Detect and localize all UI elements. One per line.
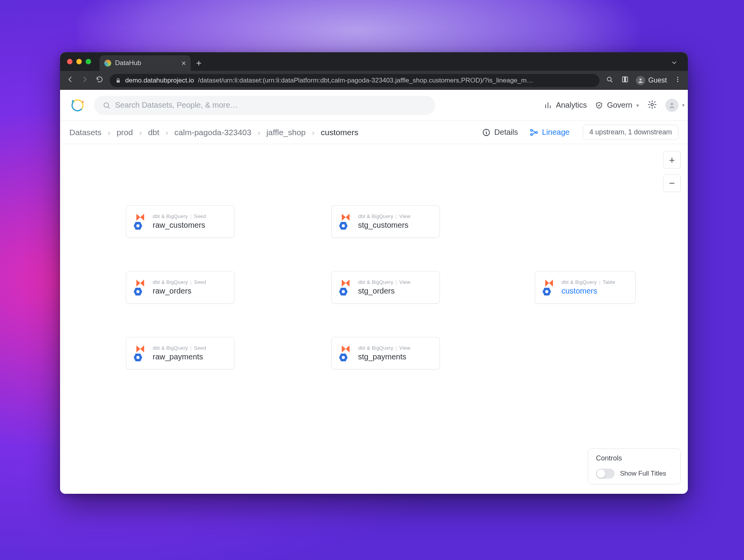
lineage-node-raw-orders[interactable]: dbt & BigQuery|Seed raw_orders — [126, 271, 234, 304]
user-avatar-icon — [668, 101, 676, 109]
window-maximize-button[interactable] — [86, 59, 91, 64]
svg-point-5 — [677, 77, 679, 78]
dbt-icon — [340, 279, 351, 287]
nav-forward-button[interactable] — [80, 76, 90, 85]
svg-point-10 — [72, 100, 74, 102]
chevron-down-icon: ▾ — [682, 102, 685, 108]
node-platforms: dbt & BigQuery|Seed — [153, 279, 206, 285]
node-title: stg_customers — [358, 221, 410, 230]
lineage-node-stg-orders[interactable]: dbt & BigQuery|View stg_orders — [331, 271, 440, 304]
settings-button[interactable] — [648, 100, 657, 111]
chevron-down-icon: ▾ — [636, 102, 639, 108]
tabs-dropdown-button[interactable] — [665, 59, 684, 71]
lineage-node-stg-customers[interactable]: dbt & BigQuery|View stg_customers — [331, 205, 440, 238]
breadcrumb-separator: › — [138, 128, 143, 137]
extensions-button[interactable] — [620, 76, 630, 85]
node-title: raw_payments — [153, 352, 206, 361]
svg-point-17 — [530, 134, 532, 136]
new-tab-button[interactable]: + — [191, 58, 207, 71]
analytics-label: Analytics — [556, 101, 587, 110]
breadcrumb-item[interactable]: prod — [117, 128, 133, 137]
breadcrumb-item[interactable]: jaffle_shop — [267, 128, 306, 137]
zoom-indicator-button[interactable] — [605, 76, 614, 85]
breadcrumb-item[interactable]: calm-pagoda-323403 — [174, 128, 251, 137]
zoom-out-button[interactable]: − — [663, 174, 681, 192]
tab-favicon — [104, 60, 111, 67]
lock-icon — [115, 77, 121, 84]
dbt-icon — [340, 213, 351, 222]
bigquery-icon — [339, 287, 348, 296]
tab-close-button[interactable]: × — [181, 59, 186, 67]
search-placeholder: Search Datasets, People, & more… — [115, 101, 238, 110]
datahub-logo[interactable] — [69, 97, 86, 113]
lineage-node-stg-payments[interactable]: dbt & BigQuery|View stg_payments — [331, 337, 440, 369]
node-platforms: dbt & BigQuery|Table — [561, 279, 615, 285]
node-title: customers — [561, 287, 615, 295]
dbt-icon — [135, 345, 146, 353]
profile-avatar-icon — [636, 76, 645, 85]
tab-title: DataHub — [115, 59, 141, 67]
profile-button[interactable]: Guest — [636, 76, 667, 85]
svg-point-32 — [342, 290, 345, 293]
browser-tabstrip: DataHub × + — [60, 52, 688, 71]
svg-rect-3 — [624, 77, 626, 82]
show-full-titles-toggle[interactable] — [596, 469, 615, 479]
breadcrumb-item[interactable]: Datasets — [69, 128, 102, 137]
bigquery-icon — [133, 222, 143, 230]
browser-toolbar: demo.datahubproject.io/dataset/urn:li:da… — [60, 71, 688, 90]
nav-back-button[interactable] — [65, 76, 75, 85]
browser-tab[interactable]: DataHub × — [100, 55, 191, 71]
window-minimize-button[interactable] — [76, 59, 82, 64]
controls-panel: Controls Show Full Titles — [588, 448, 681, 484]
window-close-button[interactable] — [67, 59, 72, 64]
node-title: raw_orders — [153, 287, 206, 295]
shield-check-icon — [595, 101, 603, 109]
details-tab[interactable]: Details — [482, 128, 518, 137]
node-platforms: dbt & BigQuery|View — [358, 213, 410, 219]
zoom-in-button[interactable]: + — [663, 151, 681, 169]
toggle-label: Show Full Titles — [620, 470, 666, 478]
svg-point-6 — [677, 79, 679, 80]
node-platforms: dbt & BigQuery|Seed — [153, 345, 206, 351]
node-platforms: dbt & BigQuery|Seed — [153, 213, 206, 219]
search-icon — [103, 101, 110, 109]
bar-chart-icon — [544, 101, 552, 109]
breadcrumb-current: customers — [321, 128, 358, 137]
breadcrumb-separator: › — [310, 128, 316, 137]
govern-nav[interactable]: Govern ▾ — [595, 101, 639, 110]
bigquery-icon — [339, 222, 348, 230]
lineage-node-customers[interactable]: dbt & BigQuery|Table customers — [535, 271, 636, 304]
svg-point-34 — [342, 356, 345, 359]
svg-point-11 — [82, 101, 84, 103]
controls-title: Controls — [596, 454, 673, 462]
address-bar[interactable]: demo.datahubproject.io/dataset/urn:li:da… — [110, 74, 599, 87]
dbt-icon — [135, 279, 146, 287]
svg-rect-0 — [117, 80, 120, 82]
bigquery-icon — [542, 287, 551, 296]
analytics-nav[interactable]: Analytics — [544, 101, 587, 110]
dataset-toolbar: Datasets› prod› dbt› calm-pagoda-323403›… — [60, 121, 688, 144]
lineage-tab[interactable]: Lineage — [530, 128, 570, 137]
svg-point-24 — [136, 224, 140, 227]
svg-point-36 — [545, 290, 548, 293]
global-search[interactable]: Search Datasets, People, & more… — [94, 96, 435, 115]
user-menu[interactable]: ▾ — [665, 99, 679, 112]
lineage-node-raw-payments[interactable]: dbt & BigQuery|Seed raw_payments — [126, 337, 234, 369]
svg-point-16 — [530, 129, 532, 131]
lineage-canvas[interactable]: dbt & BigQuery|Seed raw_customers dbt & … — [60, 144, 688, 494]
dbt-icon — [340, 345, 351, 353]
url-host: demo.datahubproject.io — [125, 77, 194, 84]
lineage-summary-pill[interactable]: 4 upstream, 1 downstream — [583, 125, 679, 140]
node-platforms: dbt & BigQuery|View — [358, 279, 410, 285]
svg-point-28 — [136, 356, 140, 359]
dbt-icon — [544, 279, 555, 287]
bigquery-icon — [133, 353, 143, 362]
node-title: raw_customers — [153, 221, 206, 230]
breadcrumb-separator: › — [256, 128, 262, 137]
breadcrumb-item[interactable]: dbt — [148, 128, 159, 137]
bigquery-icon — [133, 287, 143, 296]
browser-menu-button[interactable] — [673, 76, 682, 85]
nav-reload-button[interactable] — [95, 76, 104, 85]
lineage-node-raw-customers[interactable]: dbt & BigQuery|Seed raw_customers — [126, 205, 234, 238]
svg-point-30 — [342, 224, 345, 227]
